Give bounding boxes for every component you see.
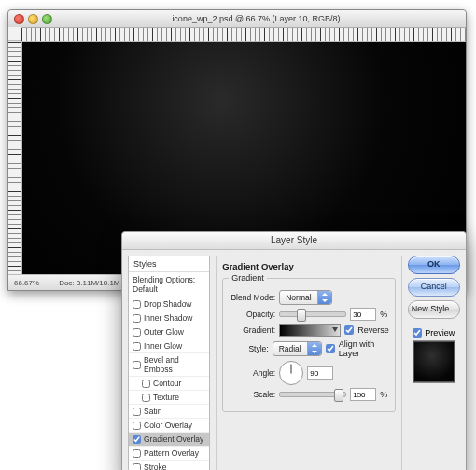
style-row-checkbox[interactable] [133, 435, 141, 444]
ruler-horizontal[interactable] [21, 28, 466, 42]
style-row-checkbox[interactable] [133, 361, 141, 369]
window-controls [14, 14, 52, 24]
preview-label: Preview [425, 328, 455, 338]
window-titlebar[interactable]: icone_wp_2.psd @ 66.7% (Layer 10, RGB/8) [8, 10, 466, 28]
style-row-checkbox[interactable] [133, 300, 141, 309]
style-row-label: Outer Glow [144, 327, 184, 337]
cancel-button[interactable]: Cancel [408, 278, 460, 297]
style-row-stroke[interactable]: Stroke [129, 461, 209, 470]
new-style-button[interactable]: New Style... [408, 300, 460, 319]
ruler-origin[interactable] [8, 27, 22, 41]
style-row-label: Color Overlay [144, 421, 192, 430]
style-row-label: Inner Glow [144, 341, 182, 351]
close-icon[interactable] [14, 14, 24, 24]
ruler-vertical[interactable] [8, 42, 22, 274]
style-row-checkbox[interactable] [133, 463, 141, 471]
opacity-input[interactable] [350, 308, 376, 321]
align-checkbox[interactable] [326, 344, 335, 353]
align-label: Align with Layer [339, 339, 389, 358]
style-row-label: Satin [144, 407, 161, 416]
style-row-checkbox[interactable] [142, 380, 150, 388]
preview-swatch [413, 340, 455, 383]
chevron-updown-icon [317, 291, 331, 304]
style-row-inner-shadow[interactable]: Inner Shadow [129, 311, 209, 325]
style-row-checkbox[interactable] [133, 314, 141, 323]
opacity-unit: % [380, 310, 387, 319]
reverse-label: Reverse [357, 325, 389, 335]
opacity-label: Opacity: [229, 310, 275, 319]
minimize-icon[interactable] [28, 14, 38, 24]
section-title: Gradient Overlay [222, 261, 396, 271]
styles-panel: Styles Blending Options: Default Drop Sh… [128, 256, 210, 470]
style-row-gradient-overlay[interactable]: Gradient Overlay [129, 433, 209, 447]
style-row-label: Contour [153, 379, 181, 388]
style-row-checkbox[interactable] [133, 449, 141, 458]
opacity-slider[interactable] [279, 311, 346, 317]
gradient-group-label: Gradient [229, 273, 267, 283]
layer-style-dialog: Layer Style Styles Blending Options: Def… [121, 231, 467, 470]
style-row-label: Texture [153, 393, 179, 402]
blending-options-row[interactable]: Blending Options: Default [129, 272, 209, 297]
document-title: icone_wp_2.psd @ 66.7% (Layer 10, RGB/8) [52, 14, 460, 23]
style-row-drop-shadow[interactable]: Drop Shadow [129, 297, 209, 311]
preview-checkbox[interactable] [413, 328, 422, 338]
angle-dial[interactable] [279, 361, 303, 385]
style-select[interactable]: Radial [273, 341, 322, 356]
blend-mode-select[interactable]: Normal [279, 290, 331, 305]
angle-label: Angle: [229, 368, 275, 378]
style-row-bevel-and-emboss[interactable]: Bevel and Emboss [129, 353, 209, 377]
zoom-icon[interactable] [42, 14, 52, 24]
style-row-inner-glow[interactable]: Inner Glow [129, 339, 209, 353]
style-label: Style: [229, 344, 268, 353]
style-row-label: Inner Shadow [144, 313, 192, 323]
style-row-label: Drop Shadow [144, 299, 192, 309]
style-row-label: Pattern Overlay [144, 449, 199, 458]
angle-input[interactable] [307, 366, 333, 380]
status-zoom[interactable]: 66.67% [14, 279, 39, 287]
blend-mode-label: Blend Mode: [229, 293, 275, 302]
style-row-satin[interactable]: Satin [129, 405, 209, 419]
chevron-updown-icon [307, 342, 321, 355]
gradient-group: Gradient Blend Mode: Normal Opacity: % G… [222, 273, 396, 412]
styles-panel-header[interactable]: Styles [129, 256, 209, 272]
scale-label: Scale: [229, 390, 275, 399]
style-row-contour[interactable]: Contour [129, 377, 209, 391]
style-row-pattern-overlay[interactable]: Pattern Overlay [129, 447, 209, 461]
style-row-checkbox[interactable] [133, 328, 141, 337]
style-row-label: Gradient Overlay [144, 435, 203, 444]
gradient-label: Gradient: [229, 325, 275, 335]
style-row-label: Stroke [144, 463, 167, 470]
blend-mode-value: Normal [280, 293, 316, 302]
dialog-title[interactable]: Layer Style [122, 232, 466, 250]
ok-button[interactable]: OK [408, 256, 460, 274]
style-row-checkbox[interactable] [133, 422, 141, 430]
style-row-color-overlay[interactable]: Color Overlay [129, 419, 209, 433]
style-row-texture[interactable]: Texture [129, 391, 209, 405]
style-value: Radial [273, 344, 307, 353]
gradient-picker[interactable] [279, 324, 341, 337]
scale-input[interactable] [350, 388, 376, 401]
style-row-outer-glow[interactable]: Outer Glow [129, 325, 209, 339]
scale-slider[interactable] [279, 392, 346, 397]
status-doc-info[interactable]: Doc: 3.11M/10.1M [59, 279, 119, 287]
reverse-checkbox[interactable] [344, 325, 354, 335]
style-row-checkbox[interactable] [133, 408, 141, 416]
style-row-label: Bevel and Emboss [144, 355, 205, 374]
scale-unit: % [380, 390, 387, 399]
dialog-button-column: OK Cancel New Style... Preview [408, 256, 460, 470]
style-row-checkbox[interactable] [142, 394, 150, 402]
style-row-checkbox[interactable] [133, 342, 141, 351]
settings-panel: Gradient Overlay Gradient Blend Mode: No… [216, 256, 402, 470]
